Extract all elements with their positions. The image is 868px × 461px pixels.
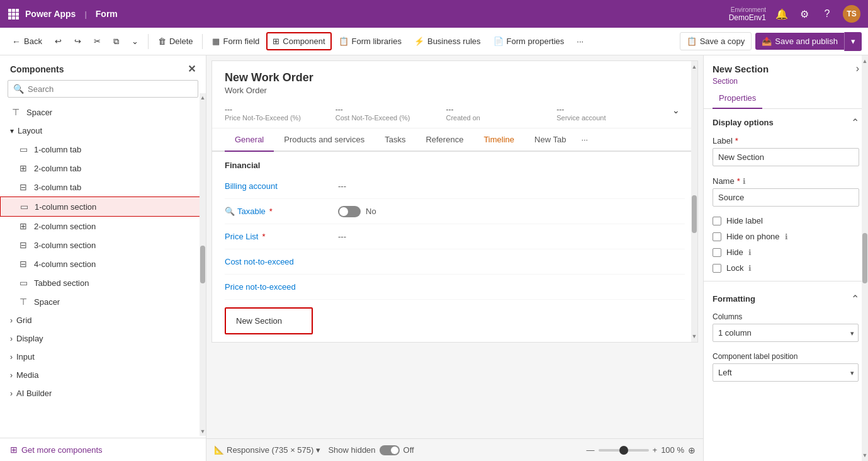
zoom-plus[interactable]: + [653, 445, 658, 455]
tab-products[interactable]: Products and services [274, 128, 375, 152]
apps-grid-icon[interactable] [8, 8, 19, 20]
show-hidden-toggle[interactable] [380, 445, 400, 455]
form-properties-button[interactable]: 📄 Form properties [488, 33, 570, 50]
lock-info-icon[interactable]: ℹ [748, 264, 752, 273]
zoom-minus[interactable]: — [587, 445, 595, 455]
left-scrollbar[interactable]: ▲ ▼ [200, 93, 206, 436]
business-rules-button[interactable]: ⚡ Business rules [409, 33, 487, 50]
comp-label-pos-select[interactable]: Left Top Right [713, 363, 859, 382]
delete-button[interactable]: 🗑 Delete [152, 33, 199, 50]
hide-label-checkbox[interactable] [713, 217, 721, 225]
redo-icon: ↪ [74, 37, 81, 46]
formatting-collapse[interactable]: ⌃ [851, 293, 859, 305]
notifications-icon[interactable]: 🔔 [775, 7, 789, 21]
settings-icon[interactable]: ⚙ [798, 7, 811, 21]
avatar[interactable]: TS [843, 5, 860, 23]
undo-button[interactable]: ↩ [49, 33, 67, 50]
rp-tabs: Properties [704, 88, 868, 109]
input-header-label: Input [16, 352, 35, 361]
help-icon[interactable]: ? [820, 7, 834, 21]
spacer-bottom-component[interactable]: ⊤ Spacer [0, 292, 206, 311]
get-more-label: Get more components [21, 445, 103, 455]
3col-section-component[interactable]: ⊟ 3-column section [0, 236, 206, 254]
back-button[interactable]: ← Back [6, 33, 48, 50]
1col-tab-component[interactable]: ▭ 1-column tab [0, 140, 206, 159]
tabbed-section-label: Tabbed section [34, 278, 89, 288]
taxable-label: 🔍 Taxable* [225, 207, 338, 216]
lock-row[interactable]: Lock ℹ [704, 260, 868, 276]
copy-button[interactable]: ⧉ [108, 33, 125, 50]
hide-phone-checkbox[interactable] [713, 232, 721, 241]
panel-close-button[interactable]: ✕ [188, 63, 196, 75]
redo-button[interactable]: ↪ [69, 33, 87, 50]
hide-phone-row[interactable]: Hide on phone ℹ [704, 229, 868, 244]
taxable-toggle[interactable] [338, 206, 361, 217]
get-more-components-button[interactable]: ⊞ Get more components [0, 438, 206, 461]
back-icon: ← [12, 37, 21, 47]
hide-phone-info-icon[interactable]: ℹ [785, 232, 788, 241]
save-copy-button[interactable]: 📋 Save a copy [680, 32, 752, 50]
rp-tab-properties[interactable]: Properties [713, 88, 762, 109]
hide-info-icon[interactable]: ℹ [748, 248, 752, 257]
spacer-component[interactable]: ⊤ Spacer [0, 103, 206, 122]
ai-builder-section-header[interactable]: › AI Builder [0, 384, 206, 402]
hide-checkbox[interactable] [713, 248, 721, 257]
save-publish-button[interactable]: 📤 Save and publish [755, 33, 844, 50]
save-publish-split[interactable]: ▾ [844, 32, 862, 51]
tab-tasks[interactable]: Tasks [375, 128, 415, 152]
form-title: New Work Order [225, 71, 685, 84]
rp-expand-button[interactable]: › [856, 63, 859, 74]
layout-section-header[interactable]: ▾ Layout [0, 122, 206, 140]
more-cut-button[interactable]: ⌄ [126, 33, 144, 50]
responsive-select[interactable]: 📐 Responsive (735 × 575) ▾ [214, 445, 320, 455]
more-menu-button[interactable]: ··· [571, 33, 589, 50]
environment-info[interactable]: Environment DemoEnv1 [729, 6, 766, 22]
name-input[interactable] [713, 188, 859, 207]
2col-section-label: 2-column section [34, 222, 96, 231]
2col-tab-component[interactable]: ⊞ 2-column tab [0, 159, 206, 178]
spacer-bottom-label: Spacer [34, 297, 60, 307]
component-button[interactable]: ⊞ Component [266, 32, 331, 50]
tab-timeline[interactable]: Timeline [473, 128, 524, 152]
grid-section-header[interactable]: › Grid [0, 311, 206, 329]
4col-section-component[interactable]: ⊟ 4-column section [0, 254, 206, 273]
mini-toggle-knob [391, 447, 398, 454]
1col-section-component[interactable]: ▭ 1-column section [0, 196, 206, 217]
3col-tab-component[interactable]: ⊟ 3-column tab [0, 178, 206, 196]
tab-more-button[interactable]: ··· [576, 128, 593, 151]
toggle-off-label: Off [403, 445, 414, 455]
expand-fields-button[interactable]: ⌄ [667, 105, 685, 123]
taxable-val: No [338, 206, 685, 217]
new-section-box[interactable]: New Section [225, 307, 313, 334]
label-field: Label * [704, 132, 868, 173]
layout-collapse-icon: ▾ [10, 127, 14, 135]
hide-label-row[interactable]: Hide label [704, 213, 868, 229]
display-options-collapse[interactable]: ⌃ [851, 117, 859, 128]
tab-general[interactable]: General [225, 128, 274, 152]
media-section-header[interactable]: › Media [0, 366, 206, 384]
right-scrollbar[interactable]: ▲ ▼ [862, 55, 868, 461]
columns-select[interactable]: 1 column 2 columns 3 columns 4 columns [713, 324, 859, 342]
hide-text: Hide [726, 248, 743, 257]
hide-row[interactable]: Hide ℹ [704, 244, 868, 260]
lock-checkbox[interactable] [713, 264, 721, 273]
form-field-button[interactable]: ▦ Form field [206, 33, 265, 50]
tabbed-section-component[interactable]: ▭ Tabbed section [0, 273, 206, 292]
svg-rect-8 [16, 16, 19, 20]
display-section-header[interactable]: › Display [0, 329, 206, 348]
title-separator: | [84, 9, 86, 19]
2col-section-component[interactable]: ⊞ 2-column section [0, 217, 206, 236]
zoom-slider[interactable] [599, 449, 649, 452]
form-scrollbar[interactable]: ▲ ▼ [691, 61, 697, 342]
save-publish-icon: 📤 [762, 37, 772, 46]
zoom-target-icon[interactable]: ⊕ [688, 445, 696, 455]
tab-reference[interactable]: Reference [415, 128, 473, 152]
tabbed-section-icon: ▭ [18, 278, 29, 288]
label-input[interactable] [713, 148, 859, 166]
tab-new[interactable]: New Tab [524, 128, 576, 152]
search-input[interactable] [28, 84, 193, 94]
cut-button[interactable]: ✂ [88, 33, 106, 50]
form-libraries-button[interactable]: 📋 Form libraries [333, 33, 407, 50]
input-section-header[interactable]: › Input [0, 348, 206, 366]
name-info-icon[interactable]: ℹ [743, 177, 746, 186]
